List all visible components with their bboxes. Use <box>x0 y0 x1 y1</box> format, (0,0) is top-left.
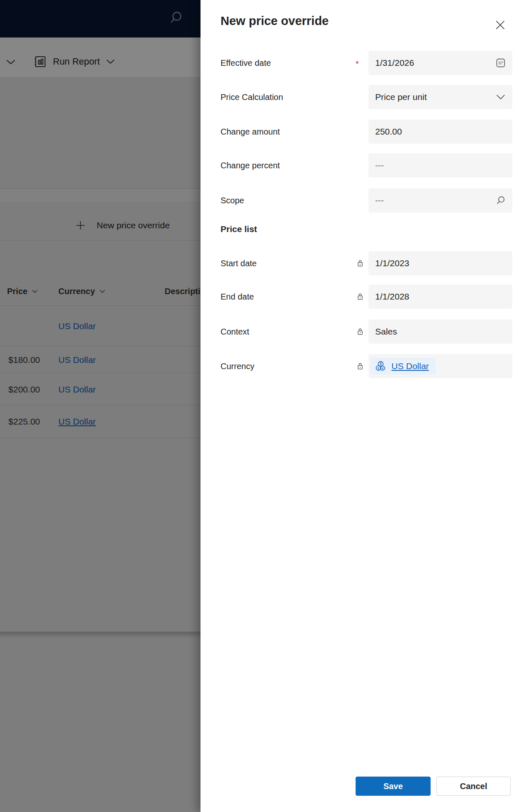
currency-circles-icon: $ € ¥ <box>374 360 387 372</box>
svg-text:$: $ <box>379 362 382 366</box>
change-amount-value: 250.00 <box>375 127 506 137</box>
field-label: Change percent <box>221 161 356 170</box>
close-button[interactable] <box>492 17 509 33</box>
start-date-value: 1/1/2023 <box>375 258 506 268</box>
field-row-currency: Currency $ € <box>221 354 512 378</box>
start-date-field: 1/1/2023 <box>369 251 512 275</box>
lock-icon <box>356 361 369 371</box>
context-field: Sales <box>369 320 512 344</box>
change-percent-placeholder: --- <box>375 160 506 170</box>
field-label: Context <box>221 327 356 337</box>
svg-text:¥: ¥ <box>381 366 384 370</box>
currency-field: $ € ¥ US Dollar <box>369 354 512 378</box>
effective-date-input[interactable]: 1/31/2026 <box>369 51 512 75</box>
cancel-button[interactable]: Cancel <box>436 777 511 796</box>
currency-record-chip[interactable]: $ € ¥ US Dollar <box>371 358 436 375</box>
lock-icon <box>356 292 369 302</box>
chevron-down-icon <box>495 91 506 103</box>
effective-date-value: 1/31/2026 <box>375 58 495 68</box>
calendar-icon[interactable] <box>495 57 506 69</box>
new-price-override-panel: New price override Effective date * 1/31… <box>201 0 524 812</box>
end-date-field: 1/1/2028 <box>369 285 512 309</box>
field-row-context: Context Sales <box>221 320 512 344</box>
field-row-price-calculation: Price Calculation Price per unit <box>221 85 512 109</box>
field-row-change-amount: Change amount 250.00 <box>221 120 512 144</box>
price-calculation-value: Price per unit <box>375 92 495 102</box>
field-row-effective-date: Effective date * 1/31/2026 <box>221 51 512 75</box>
change-percent-input[interactable]: --- <box>369 153 512 177</box>
field-row-end-date: End date 1/1/2028 <box>221 285 512 309</box>
svg-text:€: € <box>378 366 380 370</box>
screen: Run Report New price override <box>0 0 524 812</box>
search-icon[interactable] <box>495 195 506 206</box>
lock-icon <box>356 327 369 337</box>
lock-icon <box>356 258 369 268</box>
end-date-value: 1/1/2028 <box>375 292 506 302</box>
scope-placeholder: --- <box>375 195 495 205</box>
context-value: Sales <box>375 327 506 337</box>
price-calculation-dropdown[interactable]: Price per unit <box>369 85 512 109</box>
change-amount-input[interactable]: 250.00 <box>369 120 512 144</box>
field-row-change-percent: Change percent --- <box>221 153 512 177</box>
field-row-start-date: Start date 1/1/2023 <box>221 251 512 275</box>
field-row-scope: Scope --- <box>221 188 512 212</box>
field-label: Currency <box>221 362 356 371</box>
field-label: Price Calculation <box>221 92 356 102</box>
panel-title: New price override <box>221 14 329 28</box>
scope-lookup-input[interactable]: --- <box>369 188 512 212</box>
field-label: Scope <box>221 196 356 205</box>
field-label: Effective date <box>221 58 356 68</box>
save-button[interactable]: Save <box>356 777 431 796</box>
price-list-section-heading: Price list <box>221 224 257 234</box>
field-label: End date <box>221 292 356 302</box>
currency-record-link[interactable]: US Dollar <box>391 361 429 371</box>
field-label: Change amount <box>221 127 356 137</box>
required-asterisk: * <box>356 58 369 68</box>
field-label: Start date <box>221 259 356 268</box>
